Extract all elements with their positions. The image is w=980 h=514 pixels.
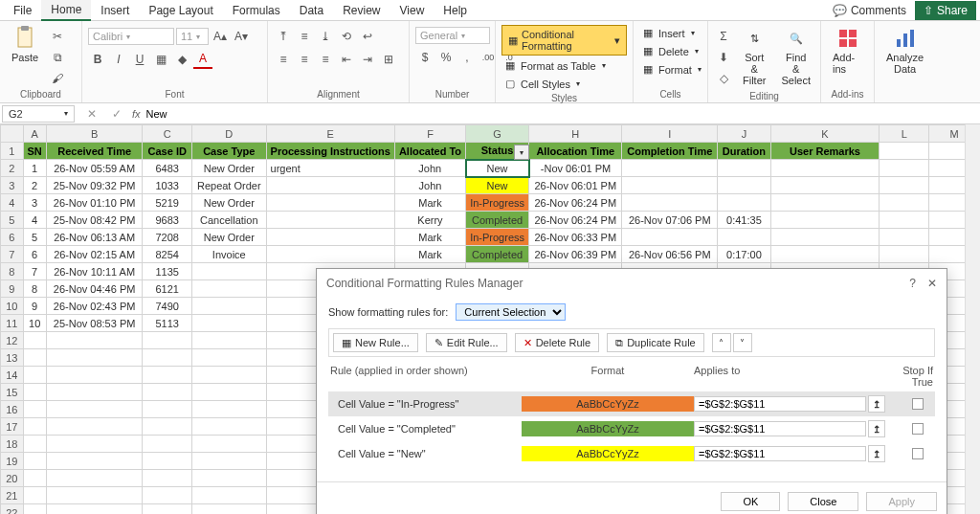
cell-B2[interactable]: 26-Nov 05:59 AM: [46, 160, 143, 177]
cell-C5[interactable]: 9683: [143, 212, 192, 229]
cell-J6[interactable]: [718, 229, 771, 246]
cell-D11[interactable]: [192, 315, 267, 332]
cell-G7[interactable]: Completed: [466, 246, 529, 263]
align-center-icon[interactable]: ≡: [295, 50, 314, 69]
apply-button[interactable]: Apply: [866, 492, 937, 511]
col-header-A[interactable]: A: [23, 125, 46, 143]
cut-icon[interactable]: ✂: [48, 27, 67, 46]
cell-H7[interactable]: 26-Nov 06:39 PM: [529, 246, 622, 263]
delete-rule-button[interactable]: ✕Delete Rule: [515, 333, 599, 352]
cell-B22[interactable]: [46, 504, 143, 515]
name-box[interactable]: G2▾: [2, 105, 75, 123]
font-color-icon[interactable]: A: [193, 50, 212, 69]
cell-F6[interactable]: Mark: [394, 229, 465, 246]
cell-L2[interactable]: [880, 160, 929, 177]
cell-L7[interactable]: [880, 246, 929, 263]
cell-H5[interactable]: 26-Nov 06:24 PM: [529, 212, 622, 229]
cell-D9[interactable]: [192, 280, 267, 298]
edit-rule-button[interactable]: ✎Edit Rule...: [426, 333, 507, 352]
cell-H2[interactable]: -Nov 06:01 PM: [529, 160, 622, 177]
row-header-20[interactable]: 20: [1, 470, 24, 487]
rule-row[interactable]: Cell Value = "In-Progress"AaBbCcYyZz↥: [328, 391, 935, 416]
cell-F2[interactable]: John: [394, 160, 465, 177]
cell-C7[interactable]: 8254: [143, 246, 192, 263]
increase-decimal-icon[interactable]: .00: [479, 48, 498, 67]
cell-D18[interactable]: [192, 436, 267, 453]
cell-D8[interactable]: [192, 263, 267, 280]
cell-E6[interactable]: [266, 229, 394, 246]
cell-A14[interactable]: [23, 367, 46, 384]
paste-button[interactable]: Paste: [6, 23, 44, 67]
cell-J4[interactable]: [718, 194, 771, 212]
cell-C18[interactable]: [143, 436, 192, 453]
row-header-13[interactable]: 13: [1, 349, 24, 367]
row-header-17[interactable]: 17: [1, 418, 24, 436]
row-header-9[interactable]: 9: [1, 280, 24, 298]
cell-C2[interactable]: 6483: [143, 160, 192, 177]
cell-G4[interactable]: In-Progress: [466, 194, 529, 212]
tab-file[interactable]: File: [4, 1, 41, 20]
align-bottom-icon[interactable]: ⤓: [316, 27, 335, 46]
cell-B17[interactable]: [46, 418, 143, 436]
cell-A11[interactable]: 10: [23, 315, 46, 332]
cell-K7[interactable]: [770, 246, 879, 263]
cell-C10[interactable]: 7490: [143, 298, 192, 315]
rules-scope-select[interactable]: Current Selection: [456, 303, 566, 321]
row-header-3[interactable]: 3: [1, 177, 24, 194]
stop-if-true-checkbox[interactable]: [912, 423, 924, 435]
align-left-icon[interactable]: ≡: [274, 50, 293, 69]
rule-row[interactable]: Cell Value = "New"AaBbCcYyZz↥: [328, 441, 935, 466]
cancel-formula-icon[interactable]: ✕: [82, 104, 101, 123]
close-icon[interactable]: ✕: [927, 277, 937, 290]
cell-C13[interactable]: [143, 349, 192, 367]
cell-B8[interactable]: 26-Nov 10:11 AM: [46, 263, 143, 280]
cell-A21[interactable]: [23, 487, 46, 504]
row-header-18[interactable]: 18: [1, 436, 24, 453]
cell-D20[interactable]: [192, 470, 267, 487]
cell-G5[interactable]: Completed: [466, 212, 529, 229]
header-cell[interactable]: Completion Time: [622, 143, 718, 160]
cell-H4[interactable]: 26-Nov 06:24 PM: [529, 194, 622, 212]
formula-input[interactable]: [146, 108, 974, 120]
merge-icon[interactable]: ⊞: [379, 50, 398, 69]
cell-A5[interactable]: 4: [23, 212, 46, 229]
row-header-22[interactable]: 22: [1, 504, 24, 515]
accounting-icon[interactable]: $: [415, 48, 434, 67]
cell-E3[interactable]: [266, 177, 394, 194]
header-cell[interactable]: Duration: [718, 143, 771, 160]
cell-D2[interactable]: New Order: [192, 160, 267, 177]
ok-button[interactable]: OK: [721, 492, 780, 511]
new-rule-button[interactable]: ▦New Rule...: [333, 333, 418, 352]
col-header-F[interactable]: F: [394, 125, 465, 143]
cell-B7[interactable]: 26-Nov 02:15 AM: [46, 246, 143, 263]
cell-B12[interactable]: [46, 332, 143, 349]
cell-C15[interactable]: [143, 384, 192, 401]
cell-A18[interactable]: [23, 436, 46, 453]
cell-C19[interactable]: [143, 453, 192, 470]
help-icon[interactable]: ?: [909, 277, 916, 290]
cell-C20[interactable]: [143, 470, 192, 487]
header-cell[interactable]: [880, 143, 929, 160]
cell-A4[interactable]: 3: [23, 194, 46, 212]
conditional-formatting-button[interactable]: ▦ Conditional Formatting ▾: [501, 25, 627, 56]
cell-K3[interactable]: [770, 177, 879, 194]
cell-C17[interactable]: [143, 418, 192, 436]
cell-L6[interactable]: [880, 229, 929, 246]
cell-I3[interactable]: [622, 177, 718, 194]
duplicate-rule-button[interactable]: ⧉Duplicate Rule: [607, 333, 704, 352]
cell-C9[interactable]: 6121: [143, 280, 192, 298]
row-header-16[interactable]: 16: [1, 401, 24, 418]
cell-I5[interactable]: 26-Nov 07:06 PM: [622, 212, 718, 229]
fill-icon[interactable]: ⬇: [714, 48, 733, 67]
col-header-E[interactable]: E: [266, 125, 394, 143]
cell-A22[interactable]: [23, 504, 46, 515]
cell-dropdown-arrow[interactable]: ▾: [514, 145, 529, 160]
cell-E7[interactable]: [266, 246, 394, 263]
fx-icon[interactable]: fx: [132, 108, 141, 120]
cell-D14[interactable]: [192, 367, 267, 384]
cell-D12[interactable]: [192, 332, 267, 349]
insert-cells-button[interactable]: ▦Insert▾: [639, 25, 699, 41]
cell-B16[interactable]: [46, 401, 143, 418]
cell-A12[interactable]: [23, 332, 46, 349]
cell-B21[interactable]: [46, 487, 143, 504]
